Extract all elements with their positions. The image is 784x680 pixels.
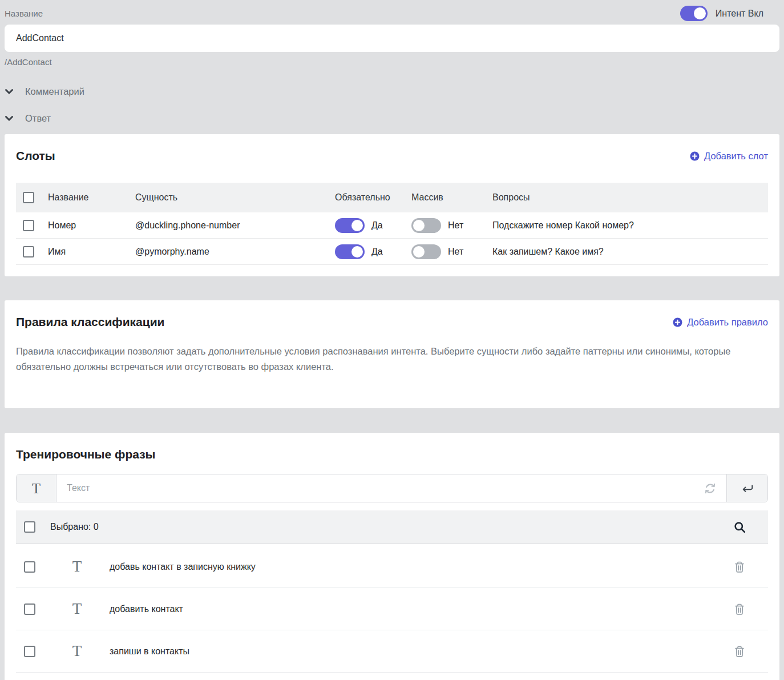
toggle-knob xyxy=(413,220,425,231)
delete-phrase-button[interactable] xyxy=(734,603,745,615)
array-toggle-label: Нет xyxy=(448,220,463,231)
enter-icon xyxy=(739,481,755,496)
column-header-array: Массив xyxy=(405,192,486,203)
delete-phrase-button[interactable] xyxy=(734,645,745,658)
slot-questions: Подскажите номер Какой номер? xyxy=(486,220,768,231)
intent-name-input[interactable] xyxy=(5,25,779,52)
text-phrase-icon: T xyxy=(68,643,86,659)
phrase-checkbox[interactable] xyxy=(24,561,35,573)
chevron-down-icon xyxy=(5,87,14,97)
slots-table: Название Сущность Обязательно Массив Воп… xyxy=(16,183,768,265)
column-header-name: Название xyxy=(41,192,128,203)
phrase-text-input[interactable] xyxy=(56,474,726,502)
phrase-checkbox[interactable] xyxy=(24,646,35,657)
phrase-checkbox[interactable] xyxy=(24,603,35,615)
toggle-knob xyxy=(694,7,706,19)
training-phrases-card: Тренировочные фразы T xyxy=(5,433,779,680)
rules-description: Правила классификации позволяют задать д… xyxy=(16,344,768,397)
list-item: T запиши в контакты xyxy=(16,630,768,673)
slots-table-header: Название Сущность Обязательно Массив Воп… xyxy=(16,183,768,212)
required-toggle-label: Да xyxy=(371,247,383,257)
classification-rules-card: Правила классификации Добавить правило П… xyxy=(5,300,779,408)
slots-card: Слоты Добавить слот Название Сущность Об… xyxy=(5,134,779,276)
search-icon[interactable] xyxy=(733,521,746,534)
submit-phrase-button[interactable] xyxy=(726,474,767,502)
section-comment-toggle[interactable]: Комментарий xyxy=(5,86,779,97)
section-answer-label: Ответ xyxy=(25,113,51,124)
text-type-icon: T xyxy=(32,481,41,496)
rules-title: Правила классификации xyxy=(16,315,165,329)
delete-phrase-button[interactable] xyxy=(734,561,745,573)
intent-editor-page: Название Интент Вкл /AddContact Коммента… xyxy=(0,0,784,680)
phrase-text: добавить контакт xyxy=(110,604,183,614)
array-toggle[interactable] xyxy=(411,218,441,233)
intent-toggle-label: Интент Вкл xyxy=(716,9,763,19)
phrase-text: запиши в контакты xyxy=(110,646,189,657)
select-all-checkbox[interactable] xyxy=(23,192,34,203)
text-phrase-icon: T xyxy=(68,601,86,617)
slot-name: Номер xyxy=(41,220,128,231)
add-rule-button[interactable]: Добавить правило xyxy=(673,317,768,328)
table-row: Имя @pymorphy.name Да Нет Как запишем? К… xyxy=(16,239,768,265)
section-comment-label: Комментарий xyxy=(25,86,84,97)
column-header-entity: Сущность xyxy=(128,192,328,203)
intent-enabled-toggle[interactable] xyxy=(680,6,708,21)
phrase-list: T добавь контакт в записную книжку T доб… xyxy=(16,546,768,673)
slot-entity: @duckling.phone-number xyxy=(128,220,328,231)
slot-entity: @pymorphy.name xyxy=(128,247,328,257)
text-phrase-icon: T xyxy=(68,559,86,574)
column-header-questions: Вопросы xyxy=(486,192,768,203)
toggle-knob xyxy=(351,246,363,257)
array-toggle-label: Нет xyxy=(448,247,463,257)
add-slot-label: Добавить слот xyxy=(704,151,768,162)
plus-circle-icon xyxy=(690,151,700,161)
row-checkbox[interactable] xyxy=(23,246,34,257)
toggle-knob xyxy=(413,246,425,257)
select-all-phrases-checkbox[interactable] xyxy=(24,521,35,533)
plus-circle-icon xyxy=(673,317,682,327)
array-toggle[interactable] xyxy=(411,244,441,259)
toggle-knob xyxy=(351,220,363,231)
phrase-input-group: T xyxy=(16,474,768,502)
required-toggle-label: Да xyxy=(371,220,383,231)
table-row: Номер @duckling.phone-number Да Нет Подс… xyxy=(16,212,768,239)
slots-title: Слоты xyxy=(16,149,55,163)
column-header-required: Обязательно xyxy=(328,192,405,203)
slot-questions: Как запишем? Какое имя? xyxy=(486,247,768,257)
phrases-selection-bar: Выбрано: 0 xyxy=(16,510,768,544)
section-answer-toggle[interactable]: Ответ xyxy=(5,113,779,124)
required-toggle[interactable] xyxy=(335,218,365,233)
selected-count-label: Выбрано: 0 xyxy=(50,522,99,532)
phrases-title: Тренировочные фразы xyxy=(16,448,156,461)
list-item: T добавить контакт xyxy=(16,588,768,630)
row-checkbox[interactable] xyxy=(23,220,34,231)
phrase-text: добавь контакт в записную книжку xyxy=(110,562,256,572)
refresh-icon[interactable] xyxy=(703,481,717,498)
name-field-label: Название xyxy=(5,9,43,18)
required-toggle[interactable] xyxy=(335,244,365,259)
text-type-button[interactable]: T xyxy=(17,474,56,502)
intent-path: /AddContact xyxy=(5,57,779,67)
add-slot-button[interactable]: Добавить слот xyxy=(690,151,768,162)
chevron-down-icon xyxy=(5,114,14,124)
add-rule-label: Добавить правило xyxy=(687,317,768,328)
list-item: T добавь контакт в записную книжку xyxy=(16,546,768,588)
slot-name: Имя xyxy=(41,247,128,257)
